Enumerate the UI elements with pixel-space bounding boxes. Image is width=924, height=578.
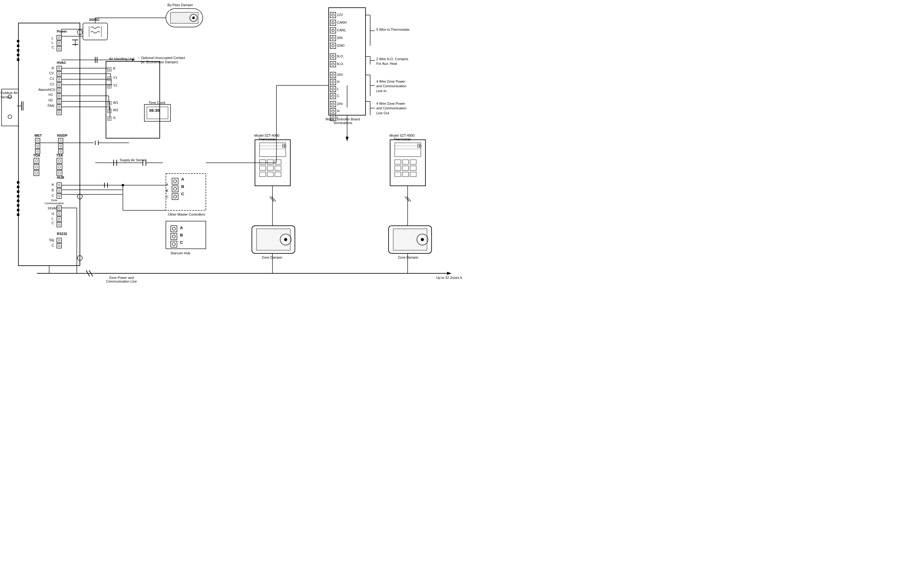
svg-point-252 [284,238,287,241]
hvac-r-label: R [52,67,54,70]
svg-point-26 [58,42,60,44]
svg-rect-69 [57,170,62,176]
hvac-h2-label: H2 [49,98,53,102]
svg-rect-18 [17,209,19,211]
svg-rect-25 [57,41,62,45]
svg-rect-73 [57,188,62,193]
svg-rect-201 [330,101,336,107]
sh-c-label: C [180,240,183,245]
mcb-no1-label: N.O. [337,54,344,58]
svg-point-38 [58,90,60,91]
svg-rect-16 [17,200,19,202]
svg-rect-239 [403,160,409,164]
svg-rect-224 [267,160,273,164]
svg-point-66 [58,160,61,162]
24vac-label: 24VAC [89,18,100,21]
omc-c-label: C [166,195,168,199]
mcb-l1-label: L [337,87,339,91]
svg-point-196 [332,81,334,83]
hvac-alarm-label: Alarm/HCV [38,88,55,91]
svg-point-216 [332,110,334,112]
ahu-r-label: R [113,67,115,70]
svg-point-200 [332,95,334,97]
power-label: Power [57,29,67,33]
svg-rect-165 [171,226,177,232]
hub-24vac-label: 24VAC [48,206,58,210]
svg-rect-215 [330,109,336,114]
svg-point-60 [60,140,62,141]
mcb-sin-label: SIN [337,36,343,40]
svg-rect-164 [166,221,206,249]
svg-point-198 [332,88,334,90]
motor-controller-label: Motor Controller BoardTerminations [326,117,360,125]
svg-point-95 [192,16,195,19]
svg-point-74 [58,190,60,192]
svg-rect-55 [34,164,39,169]
hub-c-label: C [52,194,54,198]
time-value: 06:30 [149,108,159,113]
model-szt-left-label: Model SZT-4000Thermostat [254,133,279,141]
svg-rect-238 [395,160,401,164]
svg-marker-172 [447,272,451,275]
svg-rect-85 [57,238,62,243]
svg-rect-41 [57,99,62,104]
svg-rect-231 [275,172,281,177]
svg-rect-243 [410,166,416,170]
hub-b-label: B [52,188,54,192]
svg-rect-167 [171,234,177,240]
wire-zone-in-label: 4 Wire Zone Powerand CommunicationLine I… [376,79,406,93]
svg-point-44 [58,106,60,108]
up-to-32-label: Up to 32 Zones Max. [436,276,462,279]
svg-rect-14 [17,190,19,193]
svg-rect-63 [58,149,63,154]
svg-rect-9 [17,49,19,52]
optional-unoccupied-label: → Optional Unoccupied Contact [137,56,185,60]
svg-point-3 [8,115,12,119]
rs232-c-label: C [52,244,54,247]
hub-a-label: A [52,183,54,187]
svg-rect-234 [390,140,425,186]
svg-point-70 [58,172,61,174]
mcb-no2-label: N.O. [337,62,344,66]
svg-point-72 [58,184,60,186]
svg-rect-229 [260,172,266,177]
mcb-gnd-label: GND [337,44,344,47]
svg-point-32 [58,73,60,75]
svg-rect-228 [275,166,281,170]
svg-point-184 [332,29,334,32]
svg-point-46 [58,112,60,114]
zone-damper-left-label: Zone Damper [262,255,282,259]
svg-rect-96 [106,62,160,138]
hvac-h1-label: H1 [49,93,53,96]
svg-point-56 [35,166,38,168]
mcb-canh-label: CANH [337,21,346,24]
svg-rect-199 [330,93,336,99]
ahu-g-label: G [113,116,116,120]
hub-label: HUB [57,176,64,179]
mcb-24v2-label: 24V [337,102,343,106]
svg-rect-191 [330,62,336,67]
svg-point-54 [35,160,38,162]
svg-point-68 [58,166,61,168]
svg-rect-181 [330,20,336,26]
svg-rect-43 [57,105,62,109]
svg-point-78 [58,207,60,209]
omc-c2-label: C [181,192,184,196]
svg-line-260 [270,196,274,201]
svg-rect-235 [395,143,421,157]
svg-point-163 [174,195,177,198]
svg-point-24 [58,37,60,39]
hvac-c2-label: C2 [50,82,54,86]
svg-point-192 [332,63,334,65]
hub-l-label: L [52,216,54,220]
rs232-label: RS232 [57,232,67,235]
svg-rect-27 [57,46,62,51]
svg-rect-39 [57,94,62,98]
svg-rect-162 [172,193,178,200]
svg-rect-179 [330,12,336,18]
omc-b2-label: B [181,184,184,189]
svg-rect-47 [35,138,40,143]
nsdp-label: NS/DP [57,133,68,137]
svg-rect-226 [260,166,266,170]
svg-rect-158 [172,178,178,184]
